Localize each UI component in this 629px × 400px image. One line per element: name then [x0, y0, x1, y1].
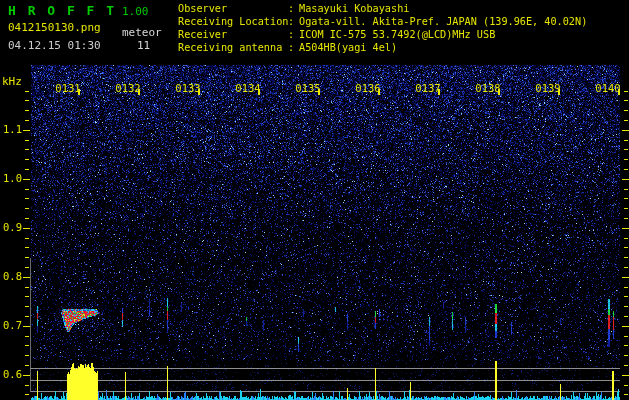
freq-unit-label: kHz	[2, 75, 22, 88]
time-tick-label: 0133	[172, 82, 204, 94]
record-datetime: 04.12.15 01:30	[8, 39, 101, 52]
info-label: Receiver	[178, 28, 288, 41]
freq-tick-label: 0.6	[0, 368, 22, 380]
info-row-location: Receiving Location:Ogata-vill. Akita-Pre…	[178, 15, 587, 28]
time-tick-label: 0137	[412, 82, 444, 94]
app-version: 1.00	[122, 5, 149, 18]
time-tick-label: 0138	[472, 82, 504, 94]
info-colon: :	[288, 28, 299, 41]
meteor-count-label: meteor	[122, 26, 162, 39]
time-tick-label: 0132	[112, 82, 144, 94]
output-filename: 0412150130.png	[8, 21, 101, 34]
meteor-count-value: 11	[137, 39, 150, 52]
freq-tick-label: 0.9	[0, 221, 22, 233]
info-value: Masayuki Kobayashi	[299, 2, 409, 15]
time-tick-label: 0134	[232, 82, 264, 94]
info-value: A504HB(yagi 4el)	[299, 41, 397, 54]
info-value: Ogata-vill. Akita-Pref. JAPAN (139.96E, …	[299, 15, 587, 28]
time-tick-label: 0136	[352, 82, 384, 94]
info-row-observer: Observer:Masayuki Kobayashi	[178, 2, 587, 15]
freq-tick-label: 0.8	[0, 270, 22, 282]
info-colon: :	[288, 41, 299, 54]
info-row-antenna: Receiving antenna:A504HB(yagi 4el)	[178, 41, 587, 54]
time-tick-label: 0140	[592, 82, 624, 94]
info-label: Receiving antenna	[178, 41, 288, 54]
hrofft-screen: H R O F F T 1.00 0412150130.png 04.12.15…	[0, 0, 629, 400]
time-tick-label: 0135	[292, 82, 324, 94]
time-tick-label: 0131	[52, 82, 84, 94]
info-label: Observer	[178, 2, 288, 15]
freq-tick-label: 0.7	[0, 319, 22, 331]
freq-tick-label: 1.0	[0, 172, 22, 184]
info-value: ICOM IC-575 53.7492(@LCD)MHz USB	[299, 28, 495, 41]
spectrogram-canvas	[0, 0, 629, 400]
info-row-receiver: Receiver:ICOM IC-575 53.7492(@LCD)MHz US…	[178, 28, 587, 41]
app-title: H R O F F T	[8, 3, 116, 18]
info-colon: :	[288, 15, 299, 28]
station-info: Observer:Masayuki Kobayashi Receiving Lo…	[178, 2, 587, 54]
time-tick-label: 0139	[532, 82, 564, 94]
info-colon: :	[288, 2, 299, 15]
info-label: Receiving Location	[178, 15, 288, 28]
freq-tick-label: 1.1	[0, 123, 22, 135]
